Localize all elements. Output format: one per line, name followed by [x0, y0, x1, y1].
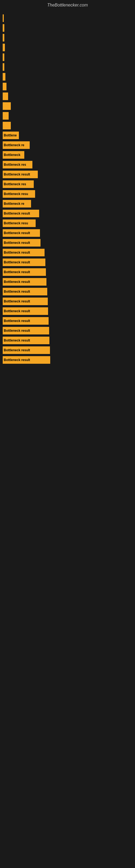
- result-bar: Bottleneck result: [3, 229, 40, 237]
- bar-row: [3, 102, 132, 110]
- result-bar: Bottleneck result: [3, 337, 49, 344]
- bar-row: [3, 83, 132, 90]
- bar-row: Bottleneck result: [3, 317, 132, 325]
- bar-row: Bottleneck result: [3, 239, 132, 247]
- result-bar: Bottleneck resu: [3, 190, 35, 198]
- bar-row: Bottleneck result: [3, 249, 132, 256]
- result-bar: [3, 112, 9, 120]
- bar-row: Bottleneck resu: [3, 219, 132, 227]
- result-bar: Bottleneck result: [3, 327, 49, 335]
- bar-row: Bottleneck: [3, 151, 132, 159]
- result-bar: Bottleneck result: [3, 317, 49, 325]
- bar-row: Bottleneck result: [3, 346, 132, 354]
- result-bar: [3, 83, 6, 90]
- bar-row: Bottleneck res: [3, 180, 132, 188]
- result-bar: [3, 102, 11, 110]
- result-bar: Bottleneck result: [3, 268, 46, 276]
- bar-row: Bottleneck result: [3, 337, 132, 344]
- result-bar: Bottleneck result: [3, 258, 45, 266]
- bar-row: [3, 63, 132, 71]
- bar-row: [3, 14, 132, 22]
- bar-row: [3, 122, 132, 129]
- bar-row: Bottleneck result: [3, 268, 132, 276]
- result-bar: Bottleneck result: [3, 346, 50, 354]
- result-bar: Bottleneck: [3, 151, 24, 159]
- result-bar: Bottleneck res: [3, 161, 32, 168]
- result-bar: Bottleneck res: [3, 180, 34, 188]
- result-bar: [3, 24, 4, 32]
- bar-row: [3, 93, 132, 100]
- bar-row: Bottleneck re: [3, 200, 132, 208]
- result-bar: [3, 122, 11, 129]
- bar-row: Bottleneck result: [3, 210, 132, 217]
- result-bar: Bottleneck result: [3, 239, 41, 247]
- bar-row: Bottleneck result: [3, 307, 132, 315]
- result-bar: [3, 34, 4, 41]
- result-bar: [3, 14, 4, 22]
- bar-row: Bottleneck result: [3, 229, 132, 237]
- result-bar: [3, 73, 5, 81]
- bar-row: Bottleneck result: [3, 278, 132, 286]
- result-bar: [3, 54, 4, 61]
- bar-row: [3, 44, 132, 51]
- bar-row: Bottleneck result: [3, 356, 132, 364]
- result-bar: Bottleneck result: [3, 278, 46, 286]
- bar-row: Bottleneck result: [3, 258, 132, 266]
- result-bar: Bottleneck re: [3, 200, 31, 208]
- bar-row: Bottleneck resu: [3, 190, 132, 198]
- result-bar: Bottleneck result: [3, 298, 48, 305]
- result-bar: [3, 63, 4, 71]
- bars-container: BottleneBottleneck reBottleneckBottlenec…: [0, 9, 135, 371]
- bar-row: Bottleneck result: [3, 170, 132, 178]
- result-bar: Bottleneck result: [3, 210, 39, 217]
- result-bar: Bottleneck resu: [3, 219, 36, 227]
- bar-row: [3, 34, 132, 41]
- result-bar: [3, 93, 8, 100]
- bar-row: Bottleneck res: [3, 161, 132, 168]
- bar-row: Bottleneck result: [3, 298, 132, 305]
- bar-row: Bottleneck result: [3, 327, 132, 335]
- result-bar: Bottleneck result: [3, 249, 45, 256]
- bar-row: [3, 73, 132, 81]
- bar-row: Bottlene: [3, 131, 132, 139]
- bar-row: [3, 54, 132, 61]
- result-bar: Bottleneck result: [3, 288, 47, 296]
- result-bar: Bottleneck result: [3, 170, 38, 178]
- result-bar: [3, 44, 5, 51]
- bar-row: Bottleneck result: [3, 288, 132, 296]
- result-bar: Bottleneck re: [3, 141, 30, 149]
- result-bar: Bottlene: [3, 131, 19, 139]
- bar-row: [3, 112, 132, 120]
- bar-row: Bottleneck re: [3, 141, 132, 149]
- bar-row: [3, 24, 132, 32]
- result-bar: Bottleneck result: [3, 356, 50, 364]
- result-bar: Bottleneck result: [3, 307, 48, 315]
- site-title: TheBottlenecker.com: [0, 0, 135, 9]
